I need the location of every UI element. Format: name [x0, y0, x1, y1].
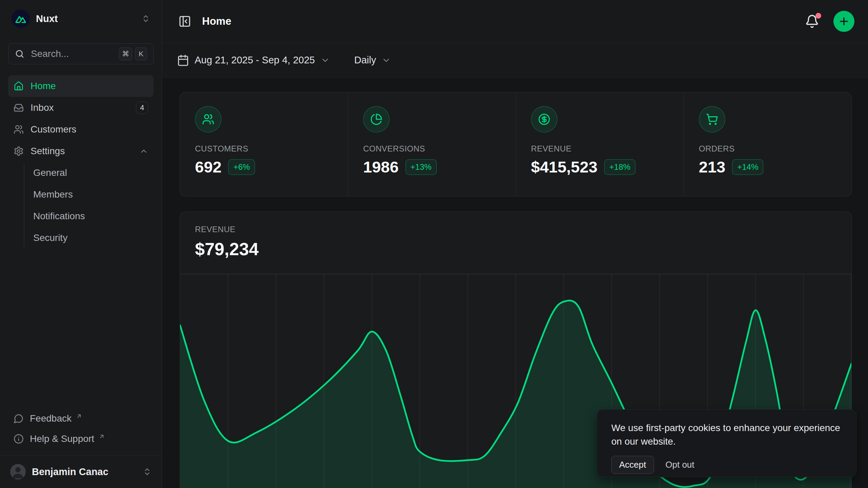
settings-subnav: General Members Notifications Security [8, 162, 154, 249]
sidebar-item-label: Home [31, 81, 56, 92]
add-button[interactable] [833, 11, 854, 32]
stat-delta-badge: +13% [406, 159, 437, 175]
cart-icon [699, 106, 725, 133]
users-icon [14, 124, 24, 135]
calendar-icon [177, 54, 189, 66]
stat-label: ORDERS [699, 144, 836, 154]
date-range-picker[interactable]: Aug 21, 2025 - Sep 4, 2025 [177, 54, 330, 66]
revenue-chart-header: REVENUE $79,234 [180, 212, 851, 274]
sidebar-item-label: Customers [31, 124, 76, 135]
chevron-up-icon [139, 147, 148, 156]
help-support-label: Help & Support [30, 433, 94, 444]
stat-card-revenue: REVENUE $415,523 +18% [516, 93, 684, 196]
user-menu[interactable]: Benjamin Canac [0, 455, 162, 488]
sidebar-item-notifications[interactable]: Notifications [33, 205, 154, 227]
chevrons-up-down-icon [141, 14, 150, 23]
topbar: Home [162, 0, 868, 43]
gear-icon [14, 146, 24, 156]
stat-card-conversions: CONVERSIONS 1986 +13% [348, 93, 516, 196]
pie-chart-icon [363, 106, 390, 133]
accept-button[interactable]: Accept [611, 456, 654, 474]
sidebar-nav: Home Inbox 4 Customers Settings [8, 75, 154, 408]
stat-card-customers: CUSTOMERS 692 +6% [180, 93, 348, 196]
cookie-banner: We use first-party cookies to enhance yo… [597, 409, 856, 477]
feedback-link[interactable]: Feedback [8, 408, 154, 429]
home-icon [14, 81, 24, 91]
date-range-value: Aug 21, 2025 - Sep 4, 2025 [195, 55, 315, 66]
stat-delta-badge: +6% [228, 159, 255, 175]
chevrons-up-down-icon [143, 467, 152, 476]
stats-panel: CUSTOMERS 692 +6% CONVERSIONS 1986 +13% [180, 92, 852, 197]
avatar [10, 464, 26, 480]
sidebar-item-security[interactable]: Security [33, 227, 154, 249]
user-name: Benjamin Canac [32, 466, 137, 477]
sidebar-item-label: Inbox [31, 102, 54, 113]
chevron-down-icon [320, 56, 330, 65]
sidebar-item-customers[interactable]: Customers [8, 119, 154, 140]
cmd-keycap: ⌘ [119, 47, 132, 60]
plus-icon [838, 16, 850, 27]
search-icon [15, 49, 25, 59]
granularity-select[interactable]: Daily [354, 55, 391, 66]
external-link-icon [98, 433, 105, 440]
sidebar-item-inbox[interactable]: Inbox 4 [8, 97, 154, 119]
nuxt-logo-icon [12, 9, 30, 28]
stat-value: 213 [699, 158, 725, 176]
dollar-circle-icon [531, 106, 557, 133]
stat-label: REVENUE [531, 144, 669, 154]
stat-delta-badge: +14% [732, 159, 763, 175]
stat-value: 692 [195, 158, 221, 176]
page-title: Home [202, 15, 794, 27]
sidebar-footer-links: Feedback Help & Support [8, 408, 154, 455]
search-shortcut: ⌘ K [119, 47, 147, 60]
users-icon [195, 106, 221, 133]
external-link-icon [76, 413, 82, 420]
cookie-message: We use first-party cookies to enhance yo… [611, 421, 842, 448]
team-name: Nuxt [36, 13, 135, 24]
collapse-sidebar-button[interactable] [176, 12, 194, 30]
help-support-link[interactable]: Help & Support [8, 429, 154, 449]
sidebar-item-members[interactable]: Members [33, 184, 154, 205]
revenue-chart-label: REVENUE [195, 225, 836, 234]
stat-value: 1986 [363, 158, 399, 176]
stat-card-orders: ORDERS 213 +14% [684, 93, 851, 196]
stat-label: CONVERSIONS [363, 144, 501, 154]
notification-dot [815, 13, 821, 19]
granularity-value: Daily [354, 55, 376, 66]
sidebar-item-general[interactable]: General [33, 162, 154, 184]
search-placeholder: Search... [31, 48, 113, 59]
opt-out-button[interactable]: Opt out [666, 460, 694, 470]
feedback-label: Feedback [30, 413, 72, 424]
stat-value: $415,523 [531, 158, 597, 176]
search-input[interactable]: Search... ⌘ K [8, 43, 154, 64]
chevron-down-icon [381, 56, 391, 65]
chat-bubble-icon [14, 413, 24, 424]
team-picker[interactable]: Nuxt [8, 7, 154, 30]
panel-left-icon [178, 15, 191, 28]
k-keycap: K [135, 47, 147, 60]
revenue-chart-value: $79,234 [195, 239, 836, 259]
info-circle-icon [14, 434, 24, 444]
sidebar-item-settings[interactable]: Settings [8, 140, 154, 162]
sidebar: Nuxt Search... ⌘ K Home Inbox 4 [0, 0, 162, 488]
sidebar-item-label: Settings [31, 146, 65, 157]
stat-label: CUSTOMERS [195, 144, 333, 154]
stat-delta-badge: +18% [604, 159, 635, 175]
inbox-count-badge: 4 [136, 102, 148, 114]
notifications-button[interactable] [802, 12, 822, 31]
filterbar: Aug 21, 2025 - Sep 4, 2025 Daily [162, 43, 868, 78]
inbox-icon [14, 103, 24, 113]
sidebar-item-home[interactable]: Home [8, 75, 154, 97]
